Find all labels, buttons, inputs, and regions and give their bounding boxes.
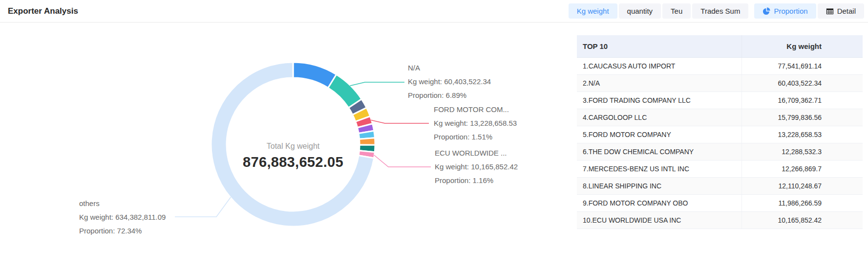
callout-kg-weight: Kg weight: 634,382,811.09 <box>79 210 166 224</box>
leader-line-ford-motor-com <box>371 120 429 123</box>
tab-detail[interactable]: Detail <box>818 3 864 19</box>
table-row: 3.FORD TRADING COMPANY LLC16,709,362.71 <box>577 92 863 109</box>
view-tab-group: ProportionDetail <box>754 3 864 19</box>
callout-kg-weight: Kg weight: 60,403,522.34 <box>408 75 491 89</box>
exporter-name: 8.LINEAR SHIPPING INC <box>577 177 741 194</box>
exporter-kg-weight: 12,110,248.67 <box>741 177 863 194</box>
exporter-kg-weight: 60,403,522.34 <box>741 74 863 92</box>
exporter-name: 6.THE DOW CHEMICAL COMPANY <box>577 143 741 160</box>
exporter-name: 10.ECU WORLDWIDE USA INC <box>577 211 741 229</box>
exporter-name: 2.N/A <box>577 74 741 92</box>
tab-quantity[interactable]: quantity <box>619 3 661 19</box>
exporter-name: 7.MERCEDES-BENZ US INTL INC <box>577 160 741 177</box>
tab-label: Detail <box>837 7 856 15</box>
tab-label: Trades Sum <box>700 7 740 15</box>
exporter-kg-weight: 13,228,658.53 <box>741 126 863 143</box>
exporter-name: 1.CAUCASUS AUTO IMPORT <box>577 57 741 74</box>
tab-label: Kg weight <box>577 7 609 15</box>
exporter-name: 4.CARGOLOOP LLC <box>577 109 741 126</box>
exporter-kg-weight: 15,799,836.56 <box>741 109 863 126</box>
exporter-name: 5.FORD MOTOR COMPANY <box>577 126 741 143</box>
tab-label: Proportion <box>774 7 807 15</box>
table-icon <box>826 7 834 15</box>
exporter-kg-weight: 11,986,266.59 <box>741 194 863 211</box>
callout-name: ECU WORLDWIDE ... <box>435 146 518 160</box>
main-content: Total Kg weight 876,883,652.05 N/AKg wei… <box>0 23 868 253</box>
pie-chart-icon <box>762 7 770 15</box>
top10-table: TOP 10 Kg weight 1.CAUCASUS AUTO IMPORT7… <box>577 35 863 229</box>
toolbar: Kg weightquantityTeuTrades Sum Proportio… <box>569 3 864 19</box>
total-label: Total Kg weight <box>220 142 366 151</box>
callout-name: FORD MOTOR COM... <box>434 103 517 116</box>
tab-trades-sum[interactable]: Trades Sum <box>692 3 748 19</box>
table-header-row: TOP 10 Kg weight <box>577 35 863 57</box>
table-row: 7.MERCEDES-BENZ US INTL INC12,266,869.7 <box>577 160 863 177</box>
leader-line-others <box>175 197 231 217</box>
callout-proportion: Proportion: 1.51% <box>434 130 517 144</box>
donut-chart: Total Kg weight 876,883,652.05 N/AKg wei… <box>0 23 577 253</box>
table-row: 5.FORD MOTOR COMPANY13,228,658.53 <box>577 126 863 143</box>
tab-proportion[interactable]: Proportion <box>754 3 816 19</box>
metric-tab-group: Kg weightquantityTeuTrades Sum <box>569 3 749 19</box>
leader-line-n-a <box>350 82 404 86</box>
table-row: 8.LINEAR SHIPPING INC12,110,248.67 <box>577 177 863 194</box>
table-row: 9.FORD MOTOR COMPANY OBO11,986,266.59 <box>577 194 863 211</box>
callout-kg-weight: Kg weight: 10,165,852.42 <box>435 160 518 174</box>
callout-name: others <box>79 197 166 210</box>
page-header: Exporter Analysis Kg weightquantityTeuTr… <box>0 0 868 23</box>
callout-n-a: N/AKg weight: 60,403,522.34Proportion: 6… <box>408 61 491 102</box>
exporter-kg-weight: 16,709,362.71 <box>741 92 863 109</box>
exporter-name: 9.FORD MOTOR COMPANY OBO <box>577 194 741 211</box>
exporter-kg-weight: 12,288,532.3 <box>741 143 863 160</box>
exporter-name: 3.FORD TRADING COMPANY LLC <box>577 92 741 109</box>
chart-center-label: Total Kg weight 876,883,652.05 <box>220 142 366 170</box>
tab-label: Teu <box>671 7 682 15</box>
table-row: 1.CAUCASUS AUTO IMPORT77,541,691.14 <box>577 57 863 74</box>
tab-kg-weight[interactable]: Kg weight <box>569 3 617 19</box>
top10-table-panel: TOP 10 Kg weight 1.CAUCASUS AUTO IMPORT7… <box>577 35 863 229</box>
exporter-kg-weight: 10,165,852.42 <box>741 211 863 229</box>
exporter-kg-weight: 77,541,691.14 <box>741 57 863 74</box>
table-row: 2.N/A60,403,522.34 <box>577 74 863 92</box>
callout-proportion: Proportion: 72.34% <box>79 224 166 238</box>
leader-line-ecu-worldwide <box>374 155 431 167</box>
table-row: 4.CARGOLOOP LLC15,799,836.56 <box>577 109 863 126</box>
callout-others: othersKg weight: 634,382,811.09Proportio… <box>79 197 166 238</box>
page-title: Exporter Analysis <box>8 6 78 16</box>
exporter-analysis-page: Exporter Analysis Kg weightquantityTeuTr… <box>0 0 868 253</box>
exporter-kg-weight: 12,266,869.7 <box>741 160 863 177</box>
callout-ford-motor-com: FORD MOTOR COM...Kg weight: 13,228,658.5… <box>434 103 517 144</box>
callout-proportion: Proportion: 1.16% <box>435 174 518 187</box>
callout-proportion: Proportion: 6.89% <box>408 89 491 102</box>
table-header-kg-weight: Kg weight <box>741 35 863 57</box>
callout-name: N/A <box>408 61 491 75</box>
callout-ecu-worldwide: ECU WORLDWIDE ...Kg weight: 10,165,852.4… <box>435 146 518 187</box>
tab-teu[interactable]: Teu <box>662 3 691 19</box>
table-row: 6.THE DOW CHEMICAL COMPANY12,288,532.3 <box>577 143 863 160</box>
tab-label: quantity <box>627 7 653 15</box>
callout-kg-weight: Kg weight: 13,228,658.53 <box>434 116 517 130</box>
table-row: 10.ECU WORLDWIDE USA INC10,165,852.42 <box>577 211 863 229</box>
table-header-top10: TOP 10 <box>577 35 741 57</box>
total-value: 876,883,652.05 <box>220 154 366 170</box>
